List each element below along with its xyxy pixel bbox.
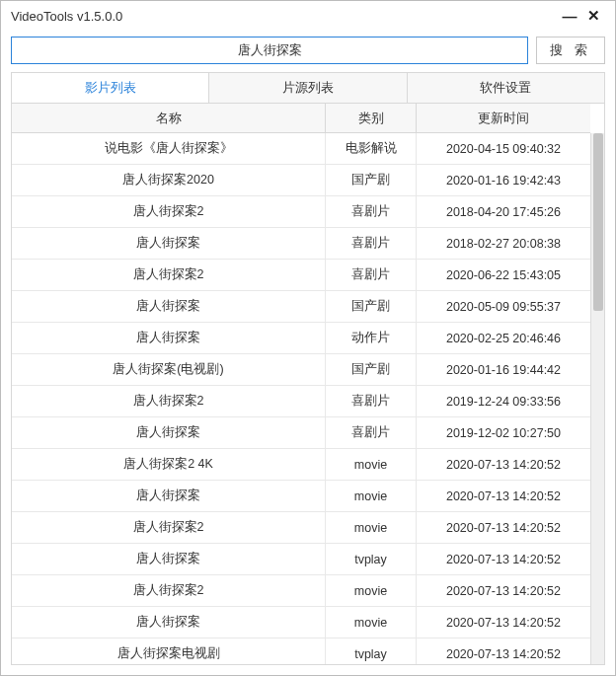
cell-updated: 2020-05-09 09:55:37 (417, 291, 590, 322)
cell-updated: 2020-01-16 19:42:43 (417, 165, 590, 195)
table-row[interactable]: 唐人街探案2喜剧片2020-06-22 15:43:05 (12, 260, 590, 291)
cell-updated: 2018-04-20 17:45:26 (417, 196, 590, 227)
table-row[interactable]: 唐人街探案tvplay2020-07-13 14:20:52 (12, 544, 590, 575)
cell-name: 唐人街探案 (12, 323, 326, 353)
titlebar: VideoTools v1.5.0.0 — ✕ (1, 1, 615, 31)
table-body: 说电影《唐人街探案》电影解说2020-04-15 09:40:32唐人街探案20… (12, 133, 590, 664)
cell-category: 喜剧片 (326, 196, 417, 227)
cell-name: 唐人街探案 (12, 544, 326, 574)
table-row[interactable]: 唐人街探案2movie2020-07-13 14:20:52 (12, 575, 590, 607)
search-bar: 搜 索 (1, 31, 615, 72)
cell-name: 唐人街探案2020 (12, 165, 326, 195)
cell-updated: 2020-01-16 19:44:42 (417, 354, 590, 385)
cell-updated: 2020-07-13 14:20:52 (417, 607, 590, 638)
cell-category: 动作片 (326, 323, 417, 353)
window-title: VideoTools v1.5.0.0 (11, 9, 558, 24)
cell-category: tvplay (326, 544, 417, 574)
col-header-updated[interactable]: 更新时间 (417, 104, 590, 132)
app-window: VideoTools v1.5.0.0 — ✕ 搜 索 影片列表 片源列表 软件… (0, 0, 616, 676)
cell-name: 唐人街探案2 (12, 386, 326, 416)
cell-category: 喜剧片 (326, 228, 417, 259)
cell-name: 唐人街探案电视剧 (12, 638, 326, 664)
cell-name: 唐人街探案2 (12, 512, 326, 543)
table-row[interactable]: 唐人街探案movie2020-07-13 14:20:52 (12, 481, 590, 512)
table-row[interactable]: 唐人街探案电视剧tvplay2020-07-13 14:20:52 (12, 638, 590, 664)
table-row[interactable]: 唐人街探案2movie2020-07-13 14:20:52 (12, 512, 590, 544)
cell-name: 唐人街探案2 (12, 196, 326, 227)
col-header-name[interactable]: 名称 (12, 104, 326, 132)
cell-updated: 2018-02-27 20:08:38 (417, 228, 590, 259)
cell-updated: 2020-07-13 14:20:52 (417, 481, 590, 511)
cell-updated: 2020-04-15 09:40:32 (417, 133, 590, 164)
cell-category: 国产剧 (326, 291, 417, 322)
tab-bar: 影片列表 片源列表 软件设置 (11, 72, 605, 103)
table-row[interactable]: 唐人街探案(电视剧)国产剧2020-01-16 19:44:42 (12, 354, 590, 386)
cell-category: 喜剧片 (326, 260, 417, 290)
content-area: 名称 类别 更新时间 说电影《唐人街探案》电影解说2020-04-15 09:4… (11, 103, 605, 665)
table-row[interactable]: 唐人街探案2喜剧片2019-12-24 09:33:56 (12, 386, 590, 417)
cell-updated: 2019-12-02 10:27:50 (417, 417, 590, 448)
cell-name: 唐人街探案2 (12, 575, 326, 606)
table-row[interactable]: 说电影《唐人街探案》电影解说2020-04-15 09:40:32 (12, 133, 590, 165)
close-button[interactable]: ✕ (581, 7, 605, 25)
cell-category: movie (326, 449, 417, 480)
cell-category: 国产剧 (326, 165, 417, 195)
table-row[interactable]: 唐人街探案国产剧2020-05-09 09:55:37 (12, 291, 590, 323)
cell-name: 说电影《唐人街探案》 (12, 133, 326, 164)
cell-name: 唐人街探案 (12, 481, 326, 511)
vertical-scrollbar[interactable] (590, 133, 604, 664)
tab-settings[interactable]: 软件设置 (408, 73, 604, 103)
cell-category: tvplay (326, 638, 417, 664)
results-table: 名称 类别 更新时间 说电影《唐人街探案》电影解说2020-04-15 09:4… (12, 104, 590, 664)
cell-name: 唐人街探案 (12, 228, 326, 259)
cell-updated: 2020-07-13 14:20:52 (417, 575, 590, 606)
table-row[interactable]: 唐人街探案2 4Kmovie2020-07-13 14:20:52 (12, 449, 590, 481)
table-row[interactable]: 唐人街探案喜剧片2019-12-02 10:27:50 (12, 417, 590, 449)
cell-category: 喜剧片 (326, 386, 417, 416)
cell-name: 唐人街探案2 4K (12, 449, 326, 480)
table-row[interactable]: 唐人街探案movie2020-07-13 14:20:52 (12, 607, 590, 638)
cell-updated: 2020-07-13 14:20:52 (417, 512, 590, 543)
search-input[interactable] (11, 37, 528, 64)
table-row[interactable]: 唐人街探案2喜剧片2018-04-20 17:45:26 (12, 196, 590, 228)
cell-updated: 2020-02-25 20:46:46 (417, 323, 590, 353)
cell-category: movie (326, 607, 417, 638)
cell-updated: 2020-06-22 15:43:05 (417, 260, 590, 290)
table-header: 名称 类别 更新时间 (12, 104, 590, 133)
cell-category: movie (326, 512, 417, 543)
cell-name: 唐人街探案2 (12, 260, 326, 290)
col-header-category[interactable]: 类别 (326, 104, 417, 132)
search-button[interactable]: 搜 索 (536, 37, 605, 64)
cell-name: 唐人街探案 (12, 291, 326, 322)
table-row[interactable]: 唐人街探案动作片2020-02-25 20:46:46 (12, 323, 590, 354)
cell-category: 喜剧片 (326, 417, 417, 448)
cell-updated: 2020-07-13 14:20:52 (417, 638, 590, 664)
table-row[interactable]: 唐人街探案喜剧片2018-02-27 20:08:38 (12, 228, 590, 260)
scrollbar-thumb[interactable] (593, 133, 603, 311)
cell-category: 国产剧 (326, 354, 417, 385)
minimize-button[interactable]: — (558, 8, 581, 25)
cell-name: 唐人街探案(电视剧) (12, 354, 326, 385)
cell-updated: 2020-07-13 14:20:52 (417, 544, 590, 574)
cell-name: 唐人街探案 (12, 607, 326, 638)
cell-category: movie (326, 575, 417, 606)
table-row[interactable]: 唐人街探案2020国产剧2020-01-16 19:42:43 (12, 165, 590, 196)
cell-category: movie (326, 481, 417, 511)
tab-source-list[interactable]: 片源列表 (209, 73, 407, 103)
cell-category: 电影解说 (326, 133, 417, 164)
cell-name: 唐人街探案 (12, 417, 326, 448)
tab-movie-list[interactable]: 影片列表 (12, 73, 209, 103)
cell-updated: 2019-12-24 09:33:56 (417, 386, 590, 416)
cell-updated: 2020-07-13 14:20:52 (417, 449, 590, 480)
